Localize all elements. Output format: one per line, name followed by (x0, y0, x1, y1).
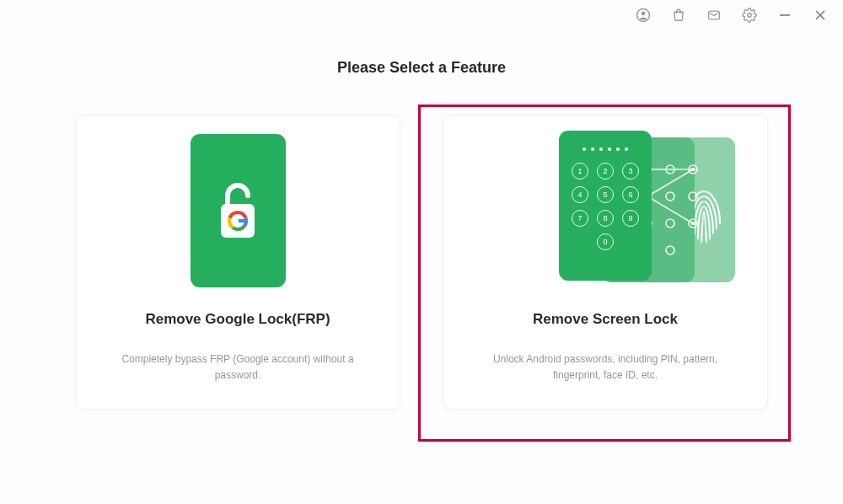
screen-card-desc: Unlock Android passwords, including PIN,… (462, 351, 749, 383)
account-icon[interactable] (627, 3, 659, 27)
svg-point-23 (691, 222, 695, 226)
window-titlebar (0, 0, 843, 30)
keypad-icon: 123 456 789 0 (559, 163, 652, 250)
frp-card-title: Remove Google Lock(FRP) (145, 311, 330, 328)
svg-point-17 (666, 219, 674, 228)
mail-icon[interactable] (698, 3, 730, 27)
svg-point-19 (666, 246, 674, 255)
main-content: Please Select a Feature (0, 30, 843, 410)
feature-card-frp[interactable]: Remove Google Lock(FRP) Completely bypas… (75, 115, 400, 410)
settings-icon[interactable] (733, 3, 765, 27)
unlock-google-icon (211, 175, 265, 246)
svg-point-3 (748, 13, 752, 18)
close-button[interactable] (804, 3, 836, 27)
store-icon[interactable] (663, 3, 695, 27)
feature-cards-row: Remove Google Lock(FRP) Completely bypas… (0, 115, 843, 410)
page-title: Please Select a Feature (0, 59, 843, 77)
svg-point-1 (642, 12, 646, 16)
svg-point-14 (666, 192, 674, 201)
svg-point-21 (691, 168, 695, 172)
screen-lock-illustration: 123 456 789 0 (504, 131, 706, 291)
phone-icon (191, 134, 286, 287)
minimize-button[interactable] (769, 3, 801, 27)
svg-point-15 (689, 192, 697, 201)
pin-card-icon: 123 456 789 0 (559, 131, 652, 281)
frp-illustration (137, 131, 339, 291)
frp-card-desc: Completely bypass FRP (Google account) w… (94, 351, 381, 383)
svg-rect-9 (239, 219, 247, 223)
feature-card-screen-lock[interactable]: 123 456 789 0 Remove Screen Lock Unlock … (443, 115, 768, 410)
screen-card-title: Remove Screen Lock (533, 311, 678, 328)
